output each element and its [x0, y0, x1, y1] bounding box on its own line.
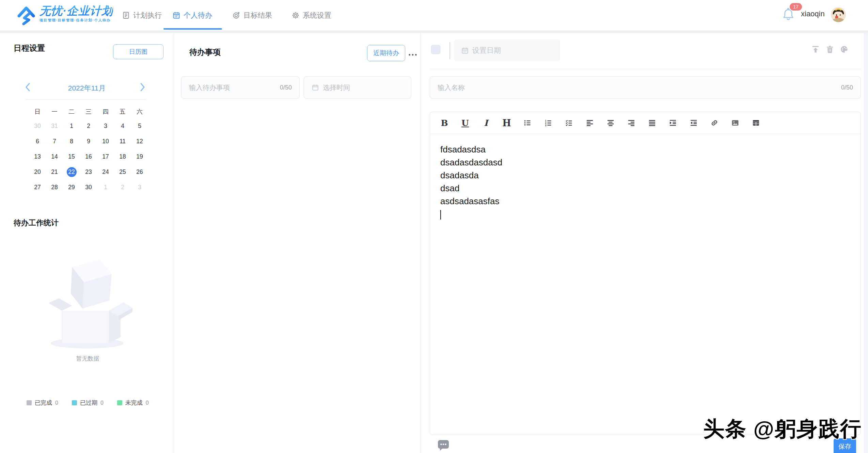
more-menu-icon[interactable]: [408, 52, 417, 58]
toolbar-align-left-button[interactable]: [583, 116, 597, 130]
calendar-day[interactable]: 3: [131, 180, 148, 195]
name-input[interactable]: 输入名称 0/50: [430, 76, 861, 99]
calendar-day[interactable]: 13: [29, 149, 46, 164]
todo-checkbox[interactable]: [431, 45, 440, 54]
calendar-view-button[interactable]: 日历图: [113, 44, 163, 59]
toolbar-align-justify-button[interactable]: [645, 116, 659, 130]
bullet-list-icon: [523, 119, 532, 127]
calendar-day[interactable]: 22: [63, 164, 80, 180]
toolbar-heading-button[interactable]: H: [500, 116, 514, 130]
palette-icon[interactable]: [840, 45, 849, 55]
legend-item-unfinished[interactable]: 未完成0: [117, 399, 149, 407]
nav-tab-personal-todo[interactable]: 个人待办: [172, 0, 212, 31]
calendar-day[interactable]: 5: [131, 118, 148, 134]
calendar-grid: 3031123456789101112131415161718192021222…: [29, 118, 148, 195]
italic-icon: I: [484, 119, 488, 127]
comment-icon[interactable]: [437, 439, 449, 453]
calendar-day[interactable]: 8: [63, 134, 80, 149]
weekday-label: 三: [80, 107, 97, 116]
stats-legend: 已完成0已过期0未完成0: [27, 399, 149, 407]
toolbar-underline-button[interactable]: U: [458, 116, 472, 130]
legend-label: 已完成: [35, 399, 52, 407]
calendar-day[interactable]: 30: [29, 118, 46, 134]
calendar-day[interactable]: 26: [131, 164, 148, 180]
calendar-day[interactable]: 7: [46, 134, 63, 149]
legend-item-expired[interactable]: 已过期0: [72, 399, 104, 407]
toolbar-bold-button[interactable]: B: [438, 116, 451, 130]
name-input-placeholder: 输入名称: [438, 83, 465, 92]
calendar-day[interactable]: 1: [63, 118, 80, 134]
prev-month-icon[interactable]: [24, 82, 31, 93]
pin-top-icon[interactable]: [811, 45, 820, 55]
calendar-day[interactable]: 24: [97, 164, 114, 180]
scrollbar-track[interactable]: [864, 33, 868, 453]
calendar-day[interactable]: 14: [46, 149, 63, 164]
calendar-day[interactable]: 15: [63, 149, 80, 164]
next-month-icon[interactable]: [139, 82, 146, 93]
toolbar-indent-increase-button[interactable]: [666, 116, 680, 130]
toolbar-table-button[interactable]: [749, 116, 763, 130]
nav-tab-plan-execution[interactable]: 计划执行: [122, 0, 162, 31]
editor-content[interactable]: fdsadasdsadsadasdasdasddsadasdadsadasdsa…: [430, 134, 861, 427]
set-date-button[interactable]: 设置日期: [454, 39, 560, 61]
schedule-panel: [0, 33, 174, 453]
toolbar-link-button[interactable]: [708, 116, 721, 130]
calendar-day[interactable]: 1: [97, 180, 114, 195]
calendar-day[interactable]: 9: [80, 134, 97, 149]
schedule-title: 日程设置: [14, 43, 45, 53]
calendar-day[interactable]: 2: [114, 180, 131, 195]
calendar-day[interactable]: 29: [63, 180, 80, 195]
calendar-day[interactable]: 2: [80, 118, 97, 134]
calendar-day[interactable]: 4: [114, 118, 131, 134]
time-picker-input[interactable]: 选择时间: [304, 76, 411, 99]
ordered-list-icon: 123: [544, 119, 552, 127]
todo-input[interactable]: 输入待办事项 0/50: [181, 76, 300, 99]
calendar-day[interactable]: 27: [29, 180, 46, 195]
toolbar-ordered-list-button[interactable]: 123: [541, 116, 555, 130]
calendar-day[interactable]: 18: [114, 149, 131, 164]
calendar-day[interactable]: 25: [114, 164, 131, 180]
calendar-month-label[interactable]: 2022年11月: [48, 83, 126, 93]
toolbar-italic-button[interactable]: I: [479, 116, 493, 130]
calendar-day[interactable]: 23: [80, 164, 97, 180]
editor-line: fdsadasdsa: [440, 143, 850, 156]
legend-item-completed[interactable]: 已完成0: [27, 399, 58, 407]
calendar-day[interactable]: 21: [46, 164, 63, 180]
header-separator: [449, 42, 450, 59]
calendar-day[interactable]: 19: [131, 149, 148, 164]
legend-count: 0: [100, 400, 104, 406]
calendar-day[interactable]: 11: [114, 134, 131, 149]
watermark: 头条 @躬身践行: [703, 415, 862, 443]
top-navbar: 无忧·企业计划 项目管理·目标管理·任务计划·个人待办 计划执行个人待办目标结果…: [0, 0, 868, 31]
calendar-day[interactable]: 28: [46, 180, 63, 195]
toolbar-align-center-button[interactable]: [604, 116, 617, 130]
toolbar-indent-decrease-button[interactable]: [687, 116, 700, 130]
calendar-day[interactable]: 12: [131, 134, 148, 149]
nav-tab-label: 目标结果: [243, 11, 272, 20]
avatar[interactable]: [831, 7, 846, 22]
legend-swatch: [27, 400, 32, 405]
calendar-day[interactable]: 16: [80, 149, 97, 164]
gear-icon: [291, 11, 300, 19]
nav-tab-label: 计划执行: [133, 11, 162, 20]
recent-todo-button[interactable]: 近期待办: [367, 45, 405, 61]
toolbar-image-button[interactable]: [728, 116, 742, 130]
calendar-day[interactable]: 17: [97, 149, 114, 164]
toolbar-align-right-button[interactable]: [625, 116, 638, 130]
nav-tab-goal-results[interactable]: 目标结果: [232, 0, 272, 31]
align-center-icon: [606, 119, 615, 127]
legend-label: 未完成: [125, 399, 143, 407]
calendar-day[interactable]: 30: [80, 180, 97, 195]
calendar-day[interactable]: 20: [29, 164, 46, 180]
calendar-day[interactable]: 31: [46, 118, 63, 134]
link-icon: [710, 119, 719, 127]
calendar-day[interactable]: 3: [97, 118, 114, 134]
toolbar-bullet-list-button[interactable]: [521, 116, 534, 130]
calendar-day[interactable]: 10: [97, 134, 114, 149]
trash-icon[interactable]: [825, 45, 834, 55]
nav-tab-system-settings[interactable]: 系统设置: [291, 0, 331, 31]
editor-line: dsad: [440, 182, 850, 195]
toolbar-check-list-button[interactable]: [562, 116, 576, 130]
username[interactable]: xiaoqin: [801, 10, 825, 18]
calendar-day[interactable]: 6: [29, 134, 46, 149]
